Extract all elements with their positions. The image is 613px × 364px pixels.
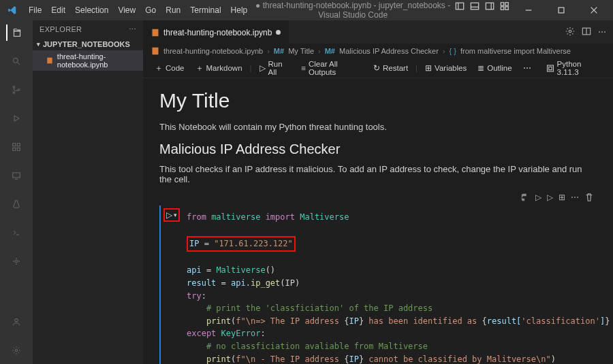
- file-item[interactable]: threat-hunting-notebook.ipynb: [33, 50, 143, 71]
- tab-more-icon[interactable]: ⋯: [598, 27, 606, 37]
- menu-file[interactable]: File: [24, 0, 46, 20]
- folder-section[interactable]: ▾ JUPYTER_NOTEBOOKS: [33, 38, 143, 50]
- extensions-icon[interactable]: [8, 139, 25, 155]
- cell-run-below-icon[interactable]: ▷: [547, 193, 553, 204]
- svg-point-29: [15, 318, 18, 322]
- crumb-h1[interactable]: My Title: [288, 47, 314, 55]
- layout-toggle-left-icon[interactable]: [454, 0, 466, 12]
- crumb-h2[interactable]: Malicious IP Address Checker: [339, 47, 439, 55]
- svg-rect-0: [456, 3, 463, 10]
- crumb-md-icon: M#: [274, 47, 284, 55]
- cell-toolbar: ▷ ▷ ⊞ ⋯: [159, 191, 597, 205]
- tab-label: threat-hunting-notebook.ipynb: [163, 28, 272, 37]
- svg-rect-22: [17, 144, 20, 146]
- layout-customize-icon[interactable]: [499, 0, 511, 12]
- variables-button[interactable]: ⊞Variables: [422, 62, 470, 74]
- vscode-logo-icon: [0, 5, 24, 15]
- editor-area: threat-hunting-notebook.ipynb ⋯ threat-h…: [143, 20, 613, 364]
- svg-rect-31: [47, 58, 52, 64]
- menu-help[interactable]: Help: [226, 0, 253, 20]
- outline-button[interactable]: ≣Outline: [474, 62, 515, 74]
- gitlens-icon[interactable]: [8, 253, 25, 269]
- settings-gear-icon[interactable]: [8, 342, 25, 359]
- tab-settings-icon[interactable]: [565, 27, 575, 38]
- breadcrumb[interactable]: threat-hunting-notebook.ipynb › M# My Ti…: [143, 44, 613, 59]
- svg-rect-21: [13, 144, 16, 146]
- sidebar-more-icon[interactable]: ⋯: [129, 25, 136, 34]
- add-markdown-button[interactable]: ＋Markdown: [192, 62, 246, 75]
- menu-go[interactable]: Go: [140, 0, 161, 20]
- svg-rect-38: [548, 67, 551, 69]
- add-code-button[interactable]: ＋Code: [151, 62, 188, 75]
- testing-icon[interactable]: [8, 196, 25, 212]
- menu-selection[interactable]: Selection: [70, 0, 113, 20]
- cell-more-icon[interactable]: ⋯: [571, 193, 579, 204]
- notebook-crumb-icon: [151, 47, 159, 55]
- svg-rect-7: [505, 3, 508, 5]
- run-cell-button[interactable]: ▷▾: [163, 208, 180, 222]
- cell-split-icon[interactable]: ⊞: [559, 193, 565, 204]
- markdown-text: This tool checks if an IP address it mal…: [159, 164, 597, 184]
- svg-rect-32: [153, 29, 159, 36]
- folder-name: JUPYTER_NOTEBOOKS: [43, 40, 130, 48]
- tab-bar: threat-hunting-notebook.ipynb ⋯: [143, 20, 613, 44]
- notebook-toolbar: ＋Code ＋Markdown | ▷Run All ≡Clear All Ou…: [143, 59, 613, 78]
- svg-rect-6: [501, 3, 503, 5]
- menu-edit[interactable]: Edit: [46, 0, 70, 20]
- search-icon[interactable]: [8, 53, 25, 69]
- window-title: ● threat-hunting-notebook.ipynb - jupyte…: [252, 1, 454, 20]
- svg-point-30: [15, 349, 18, 352]
- notebook-tab-icon: [151, 29, 159, 37]
- source-control-icon[interactable]: [8, 82, 25, 98]
- cell-delete-icon[interactable]: [584, 193, 594, 204]
- restart-button[interactable]: ↻Restart: [370, 62, 411, 74]
- crumb-code[interactable]: from maltiverse import Maltiverse: [460, 47, 571, 55]
- menu-view[interactable]: View: [113, 0, 140, 20]
- svg-point-33: [569, 30, 571, 33]
- svg-point-18: [13, 92, 15, 94]
- svg-point-15: [13, 58, 18, 63]
- layout-toggle-right-icon[interactable]: [484, 0, 496, 12]
- kernel-picker[interactable]: Python 3.11.3: [543, 59, 605, 78]
- crumb-file[interactable]: threat-hunting-notebook.ipynb: [163, 47, 263, 55]
- svg-rect-8: [501, 7, 503, 10]
- window-close-button[interactable]: [579, 0, 609, 20]
- svg-rect-14: [14, 31, 20, 37]
- svg-point-28: [15, 260, 18, 263]
- menu-run[interactable]: Run: [161, 0, 185, 20]
- code-editor[interactable]: from maltiverse import Maltiverse IP = "…: [180, 205, 613, 364]
- split-editor-icon[interactable]: [582, 27, 591, 38]
- window-maximize-button[interactable]: [546, 0, 576, 20]
- window-minimize-button[interactable]: [514, 0, 544, 20]
- svg-rect-4: [486, 3, 493, 10]
- accounts-icon[interactable]: [8, 314, 25, 330]
- activity-bar: [0, 20, 33, 364]
- explorer-icon[interactable]: [6, 24, 25, 41]
- svg-rect-23: [13, 148, 16, 150]
- tab-notebook[interactable]: threat-hunting-notebook.ipynb: [143, 20, 289, 44]
- notebook-content[interactable]: My Title This Notebook will contain my P…: [143, 78, 613, 364]
- code-cell: ▷▾ [1] ⋯ from maltiverse import Maltiver…: [159, 205, 597, 364]
- crumb-code-icon: { }: [450, 47, 456, 55]
- toolbar-more-icon[interactable]: ⋯: [520, 62, 535, 74]
- svg-rect-24: [17, 148, 20, 150]
- svg-point-19: [18, 89, 20, 91]
- cell-python-icon[interactable]: [520, 193, 530, 204]
- run-all-button[interactable]: ▷Run All: [256, 59, 294, 78]
- run-debug-icon[interactable]: [8, 110, 25, 127]
- notebook-file-icon: [46, 56, 53, 65]
- clear-outputs-button[interactable]: ≡Clear All Outputs: [298, 59, 366, 78]
- remote-icon[interactable]: [8, 167, 25, 184]
- sidebar-title: EXPLORER: [40, 25, 82, 33]
- sidebar: EXPLORER ⋯ ▾ JUPYTER_NOTEBOOKS threat-hu…: [33, 20, 143, 364]
- page-title: My Title: [159, 89, 597, 112]
- menu-terminal[interactable]: Terminal: [185, 0, 225, 20]
- title-bar: File Edit Selection View Go Run Terminal…: [0, 0, 613, 20]
- crumb-md-icon: M#: [325, 47, 335, 55]
- menu-bar: File Edit Selection View Go Run Terminal…: [24, 0, 252, 20]
- layout-toggle-bottom-icon[interactable]: [469, 0, 481, 12]
- cell-run-icon[interactable]: ▷: [535, 193, 541, 204]
- terminal-panel-icon[interactable]: [8, 225, 25, 241]
- markdown-text: This Notebook will contain my Python thr…: [159, 122, 597, 132]
- file-name: threat-hunting-notebook.ipynb: [57, 52, 139, 69]
